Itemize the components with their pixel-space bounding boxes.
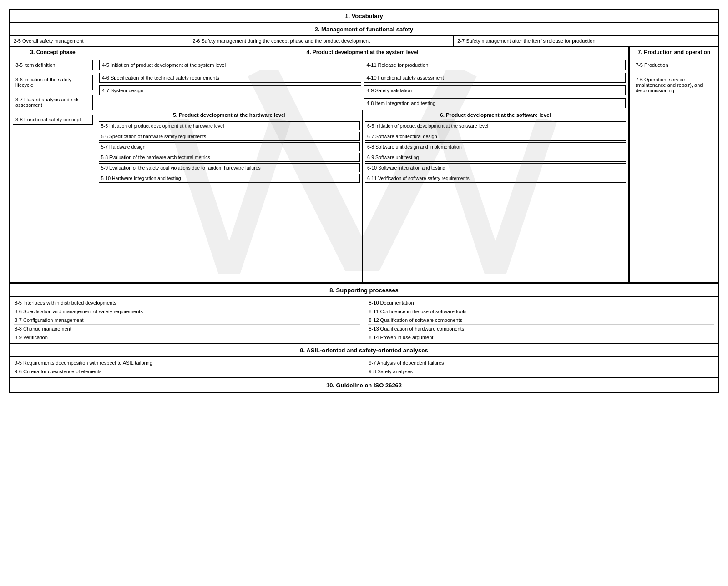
row1-label: 1. Vocabulary bbox=[345, 13, 383, 20]
system-right-items: 4-11 Release for production 4-10 Functio… bbox=[364, 60, 626, 108]
hw-item-2: 5-7 Hardware design bbox=[99, 142, 360, 151]
sw-item-1: 6-7 Software architectural design bbox=[365, 132, 626, 141]
supporting-left: 8-5 Interfaces within distributed develo… bbox=[10, 297, 364, 343]
supporting-cells: 8-5 Interfaces within distributed develo… bbox=[10, 297, 718, 343]
row2-cell1: 2-5 Overall safety management bbox=[10, 36, 189, 46]
row2-header: 2. Management of functional safety bbox=[10, 23, 718, 36]
row2-cells: 2-5 Overall safety management 2-6 Safety… bbox=[10, 36, 718, 47]
row2-section: 2. Management of functional safety 2-5 O… bbox=[10, 23, 718, 47]
hw-item-0: 5-5 Initiation of product development at… bbox=[99, 121, 360, 130]
support-item-r4: 8-14 Proven in use argument bbox=[368, 333, 715, 341]
supporting-row: 8. Supporting processes 8-5 Interfaces w… bbox=[10, 283, 718, 343]
system-item-r0: 4-11 Release for production bbox=[364, 60, 626, 70]
sw-item-4: 6-10 Software integration and testing bbox=[365, 163, 626, 172]
support-item-1: 8-6 Specification and management of safe… bbox=[14, 307, 360, 316]
row10-label: 10. Guideline on ISO 26262 bbox=[326, 382, 402, 389]
asil-item-r1: 9-8 Safety analyses bbox=[368, 367, 715, 376]
software-items: 6-5 Initiation of product development at… bbox=[363, 120, 628, 184]
hardware-column: 5. Product development at the hardware l… bbox=[96, 110, 363, 282]
sw-item-3: 6-9 Software unit testing bbox=[365, 153, 626, 162]
concept-header: 3. Concept phase bbox=[10, 47, 96, 58]
row10: 10. Guideline on ISO 26262 bbox=[10, 377, 718, 392]
hw-item-4: 5-9 Evaluation of the safety goal violat… bbox=[99, 163, 360, 172]
software-header: 6. Product development at the software l… bbox=[363, 110, 628, 120]
system-item-r2: 4-9 Safety validation bbox=[364, 85, 626, 95]
sw-item-2: 6-8 Software unit design and implementat… bbox=[365, 142, 626, 151]
asil-row: 9. ASIL-oriented and safety-oriented ana… bbox=[10, 343, 718, 377]
system-item-r3: 4-8 Item integration and testing bbox=[364, 98, 626, 108]
sw-item-0: 6-5 Initiation of product development at… bbox=[365, 121, 626, 130]
support-item-r3: 8-13 Qualification of hardware component… bbox=[368, 325, 715, 333]
asil-item-0: 9-5 Requirements decomposition with resp… bbox=[14, 359, 360, 367]
system-item-0: 4-5 Initiation of product development at… bbox=[99, 60, 361, 70]
concept-item-1: 3-6 Initiation of the safety lifecycle bbox=[13, 75, 93, 90]
production-item-0: 7-5 Production bbox=[633, 60, 715, 70]
asil-header: 9. ASIL-oriented and safety-oriented ana… bbox=[10, 344, 718, 357]
hw-sw-split: 5. Product development at the hardware l… bbox=[96, 110, 628, 282]
sw-item-5: 6-11 Verification of software safety req… bbox=[365, 174, 626, 183]
system-body: 4-5 Initiation of product development at… bbox=[96, 58, 628, 282]
concept-item-0: 3-5 Item definition bbox=[13, 60, 93, 70]
system-top-items: 4-5 Initiation of product development at… bbox=[96, 58, 628, 110]
concept-item-2: 3-7 Hazard analysis and risk assessment bbox=[13, 95, 93, 110]
asil-cells: 9-5 Requirements decomposition with resp… bbox=[10, 357, 718, 377]
support-item-0: 8-5 Interfaces within distributed develo… bbox=[14, 299, 360, 307]
concept-column: 3. Concept phase 3-5 Item definition 3-6… bbox=[10, 47, 96, 282]
row2-cell2: 2-6 Safety management during the concept… bbox=[189, 36, 454, 46]
main-container: 1. Vocabulary 2. Management of functiona… bbox=[9, 9, 719, 393]
production-header: 7. Production and operation bbox=[630, 47, 718, 58]
row2-cell3: 2-7 Safety management after the item´s r… bbox=[454, 36, 718, 46]
production-item-1: 7-6 Operation, service (maintenance and … bbox=[633, 75, 715, 95]
support-item-r2: 8-12 Qualification of software component… bbox=[368, 316, 715, 325]
support-item-r1: 8-11 Confidence in the use of software t… bbox=[368, 307, 715, 316]
asil-item-1: 9-6 Criteria for coexistence of elements bbox=[14, 367, 360, 376]
concept-items: 3-5 Item definition 3-6 Initiation of th… bbox=[10, 58, 96, 282]
system-left-items: 4-5 Initiation of product development at… bbox=[99, 60, 361, 108]
support-item-r0: 8-10 Documentation bbox=[368, 299, 715, 307]
asil-left: 9-5 Requirements decomposition with resp… bbox=[10, 357, 364, 377]
hardware-items: 5-5 Initiation of product development at… bbox=[96, 120, 362, 184]
support-item-2: 8-7 Configuration management bbox=[14, 316, 360, 325]
asil-right: 9-7 Analysis of dependent failures 9-8 S… bbox=[364, 357, 718, 377]
hw-item-3: 5-8 Evaluation of the hardware architect… bbox=[99, 153, 360, 162]
system-header: 4. Product development at the system lev… bbox=[96, 47, 628, 58]
production-column: 7. Production and operation 7-5 Producti… bbox=[629, 47, 718, 282]
row1-header: 1. Vocabulary bbox=[10, 10, 718, 23]
supporting-right: 8-10 Documentation 8-11 Confidence in th… bbox=[364, 297, 718, 343]
concept-item-3: 3-8 Functional safety concept bbox=[13, 115, 93, 125]
row2-header-label: 2. Management of functional safety bbox=[315, 26, 414, 33]
system-item-r1: 4-10 Functional safety assessment bbox=[364, 73, 626, 83]
hardware-header: 5. Product development at the hardware l… bbox=[96, 110, 362, 120]
support-item-3: 8-8 Change management bbox=[14, 325, 360, 333]
supporting-header: 8. Supporting processes bbox=[10, 284, 718, 297]
main-grid: 3. Concept phase 3-5 Item definition 3-6… bbox=[10, 47, 718, 283]
production-items: 7-5 Production 7-6 Operation, service (m… bbox=[630, 58, 718, 282]
system-column: 4. Product development at the system lev… bbox=[96, 47, 629, 282]
software-column: 6. Product development at the software l… bbox=[363, 110, 628, 282]
hw-item-5: 5-10 Hardware integration and testing bbox=[99, 174, 360, 183]
support-item-4: 8-9 Verification bbox=[14, 333, 360, 341]
system-item-2: 4-7 System design bbox=[99, 85, 361, 95]
system-item-1: 4-6 Specification of the technical safet… bbox=[99, 73, 361, 83]
asil-item-r0: 9-7 Analysis of dependent failures bbox=[368, 359, 715, 367]
hw-item-1: 5-6 Specification of hardware safety req… bbox=[99, 132, 360, 141]
